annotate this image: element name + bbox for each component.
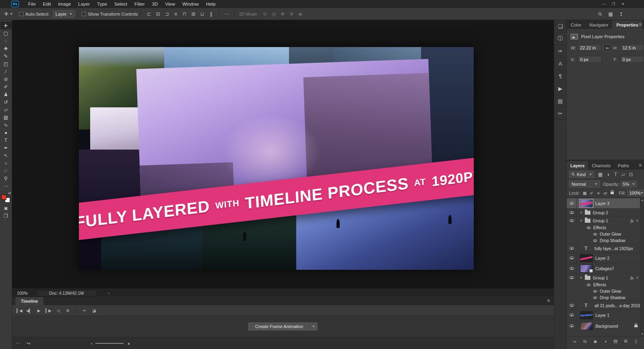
visibility-toggle[interactable]	[567, 294, 577, 301]
layer-row[interactable]: ∨Group 2	[567, 208, 644, 216]
align-horizontal-centers-icon[interactable]: ⊟	[153, 10, 162, 18]
layer-row[interactable]: ∨Group 1fx∧	[567, 216, 644, 224]
canvas-pasteboard[interactable]: FULLY LAYEREDWITHTIMELINE PROCESSAT1920P…	[12, 20, 554, 289]
align-top-edges-icon[interactable]: ⊓	[180, 10, 189, 18]
expand-chevron-icon[interactable]: ∨	[580, 276, 582, 279]
workspace-switcher-icon[interactable]: ▦	[606, 10, 615, 18]
clone-stamp-tool[interactable]: ♟	[0, 90, 12, 98]
menu-image[interactable]: Image	[54, 0, 74, 8]
pen-tool[interactable]: ✒	[0, 144, 12, 152]
tab-layers[interactable]: Layers	[567, 161, 588, 170]
brush-tool[interactable]: ✐	[0, 83, 12, 90]
tool-presets-panel-icon[interactable]: ▤	[554, 95, 566, 107]
fx-collapse-icon[interactable]: ∧	[636, 219, 638, 222]
move-tool[interactable]: ✛	[0, 22, 12, 29]
new-group-icon[interactable]: ▤	[611, 337, 620, 345]
quick-mask-button[interactable]: ◙	[0, 204, 12, 212]
align-right-edges-icon[interactable]: ⊐	[162, 10, 171, 18]
timeline-settings-button[interactable]: ⚙	[63, 306, 72, 314]
zoom-out-icon[interactable]: ▴	[91, 342, 93, 345]
visibility-toggle[interactable]	[567, 301, 577, 310]
lasso-tool[interactable]: ◌	[0, 37, 12, 45]
3d-roll-icon[interactable]: ◎	[269, 10, 278, 18]
align-vertical-centers-icon[interactable]: ⊞	[189, 10, 198, 18]
y-field[interactable]: 0 px	[620, 56, 644, 63]
layer-mask-icon[interactable]: ◙	[591, 337, 600, 345]
layer-row[interactable]: Drop Shadow	[567, 294, 644, 301]
layer-row[interactable]: Outer Glow	[567, 231, 644, 237]
show-transform-checkbox[interactable]	[82, 12, 86, 16]
tab-navigator[interactable]: Navigator	[585, 21, 612, 29]
zoom-in-icon[interactable]: ▲	[127, 341, 131, 345]
scissors-icon[interactable]: ✂	[554, 107, 566, 120]
eye-icon[interactable]	[593, 296, 597, 299]
clone-source-panel-icon[interactable]: ❏	[554, 20, 566, 33]
history-brush-tool[interactable]: ↺	[0, 98, 12, 106]
adjustment-layer-icon[interactable]: ◑	[601, 337, 610, 345]
actions-panel-icon[interactable]: ▶	[554, 82, 566, 95]
distribute-horizontal-icon[interactable]: ≡	[171, 10, 180, 18]
filter-adjustment-layers-icon[interactable]: ◑	[604, 170, 612, 179]
layers-scrollbar[interactable]: ▲▼	[640, 198, 644, 336]
eye-icon[interactable]	[587, 283, 590, 286]
filter-shape-layers-icon[interactable]: ▱	[619, 170, 627, 179]
lock-artboard-icon[interactable]: ⇄	[602, 189, 609, 197]
delete-layer-icon[interactable]: ▯	[632, 337, 640, 345]
transition-button[interactable]: ◪	[89, 306, 99, 314]
layer-row[interactable]: Effects	[567, 281, 644, 288]
smudge-tool[interactable]: ∿	[0, 121, 12, 129]
height-field[interactable]: 12.5 in	[620, 44, 644, 51]
menu-type[interactable]: Type	[93, 0, 111, 8]
previous-frame-button[interactable]: ◀▎	[24, 306, 34, 314]
quick-selection-tool[interactable]: ✎	[0, 52, 12, 60]
first-frame-button[interactable]: ▎◀	[14, 306, 24, 314]
visibility-toggle[interactable]	[567, 231, 577, 237]
distribute-vertical-icon[interactable]: ∥	[206, 10, 215, 18]
fill-field[interactable]: 100%	[627, 190, 644, 196]
eye-icon[interactable]	[587, 226, 590, 229]
layer-effects-icon[interactable]: fx	[581, 337, 590, 345]
align-bottom-edges-icon[interactable]: ⊔	[198, 10, 206, 18]
new-layer-icon[interactable]: ⊞	[621, 337, 630, 345]
opacity-field[interactable]: 5%	[621, 181, 637, 187]
eraser-tool[interactable]: ▱	[0, 106, 12, 113]
layer-row[interactable]: Layer 3	[567, 198, 644, 208]
layer-row[interactable]: Effects	[567, 224, 644, 231]
crop-tool[interactable]: ◰	[0, 60, 12, 68]
visibility-toggle[interactable]	[567, 263, 577, 273]
lock-image-pixels-icon[interactable]: ✐	[588, 189, 595, 197]
marquee-tool[interactable]: ▢	[0, 29, 12, 37]
create-animation-dropdown[interactable]	[310, 322, 318, 331]
next-frame-button[interactable]: ▎▶	[43, 306, 53, 314]
link-layers-icon[interactable]: ∞	[570, 337, 579, 345]
split-clip-button[interactable]: ✂	[79, 306, 89, 314]
expand-chevron-icon[interactable]: ∨	[580, 219, 582, 222]
object-selection-tool[interactable]: ❖	[0, 45, 12, 52]
menu-help[interactable]: Help	[202, 0, 219, 8]
layer-row[interactable]: Layer 2	[567, 253, 644, 263]
restore-button[interactable]: ❐	[609, 0, 618, 8]
expand-chevron-icon[interactable]: ∨	[580, 211, 582, 214]
visibility-toggle[interactable]	[567, 281, 577, 288]
tab-timeline[interactable]: Timeline	[15, 297, 43, 305]
status-expand-icon[interactable]: ›	[108, 291, 109, 296]
document-canvas[interactable]: FULLY LAYEREDWITHTIMELINE PROCESSAT1920P…	[79, 47, 474, 270]
active-tool-indicator[interactable]: ✛	[4, 11, 12, 17]
zoom-tool[interactable]: ⚲	[0, 174, 12, 182]
menu-layer[interactable]: Layer	[74, 0, 93, 8]
swap-colors-icon[interactable]: ⇄	[8, 191, 11, 195]
link-dimensions-icon[interactable]: ∞	[603, 44, 611, 51]
filter-smart-objects-icon[interactable]: ⊡	[627, 170, 635, 179]
3d-orbit-icon[interactable]: ↻	[260, 10, 269, 18]
3d-slide-icon[interactable]: ✣	[287, 10, 296, 18]
eye-icon[interactable]	[593, 290, 597, 292]
dodge-tool[interactable]: ●	[0, 129, 12, 136]
share-icon[interactable]: ↥	[617, 10, 625, 18]
3d-scale-icon[interactable]: ◈	[296, 10, 305, 18]
timeline-zoom-slider[interactable]	[95, 343, 124, 344]
tab-color[interactable]: Color	[567, 21, 585, 29]
visibility-toggle[interactable]	[567, 310, 577, 320]
auto-select-target-dropdown[interactable]: Layer	[53, 10, 75, 18]
menu-select[interactable]: Select	[111, 0, 131, 8]
blend-mode-dropdown[interactable]: Normal	[569, 181, 600, 187]
